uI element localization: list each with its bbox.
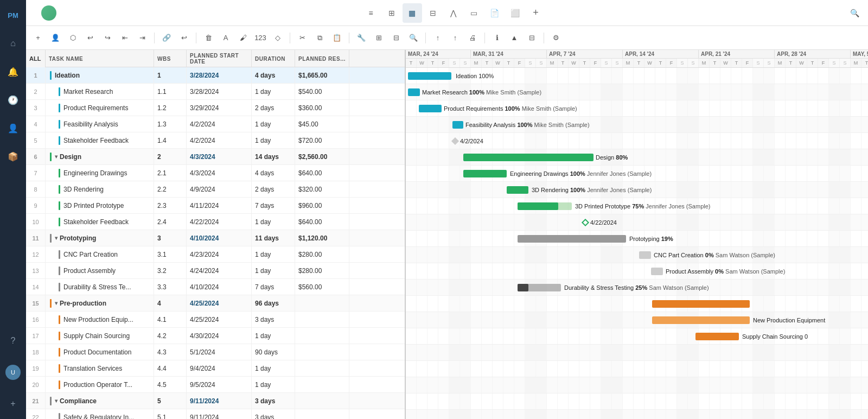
gantt-bar[interactable] (452, 121, 463, 129)
user-btn[interactable]: 👤 (48, 30, 63, 46)
filter2-btn[interactable]: ▲ (507, 30, 522, 46)
gantt-bar[interactable] (695, 333, 739, 340)
tab-cols[interactable]: ⊞ (382, 3, 401, 23)
table-row[interactable]: 10Stakeholder Feedback2.44/22/20241 day$… (26, 214, 405, 230)
gantt-bar[interactable] (639, 251, 651, 259)
sidebar-user-icon[interactable]: 👤 (4, 119, 22, 137)
copy-btn[interactable]: ⧉ (312, 30, 327, 46)
print-btn[interactable]: 🖨 (465, 30, 480, 46)
task-name-cell[interactable]: Production Operator T... (46, 377, 154, 392)
table-row[interactable]: 17Supply Chain Sourcing4.24/30/20241 day (26, 328, 405, 344)
tab-add[interactable]: + (526, 3, 546, 23)
tab-list[interactable]: ≡ (361, 3, 381, 23)
task-name-cell[interactable]: New Production Equip... (46, 312, 154, 327)
task-name-cell[interactable]: Stakeholder Feedback (46, 132, 154, 148)
tab-table[interactable]: ⊟ (423, 3, 443, 23)
sidebar-box-icon[interactable]: 📦 (4, 148, 22, 165)
link2-btn[interactable]: ↩ (176, 30, 192, 46)
cut-btn[interactable]: ✂ (295, 30, 310, 46)
sidebar-bell-icon[interactable]: 🔔 (4, 63, 22, 80)
sidebar-help-icon[interactable]: ? (4, 332, 22, 350)
table-row[interactable]: 12CNC Part Creation3.14/23/20241 day$280… (26, 246, 405, 263)
font-btn[interactable]: A (218, 30, 233, 46)
task-name-cell[interactable]: ▾Pre-production (46, 295, 154, 311)
gantt-bar[interactable] (463, 154, 593, 161)
gantt-bar[interactable] (507, 186, 528, 194)
export-btn[interactable]: ⬡ (65, 30, 80, 46)
table-row[interactable]: 22Safety & Regulatory In...5.19/11/20243… (26, 409, 405, 419)
task-name-cell[interactable]: Safety & Regulatory In... (46, 409, 154, 419)
task-name-cell[interactable]: Ideation (46, 67, 154, 83)
task-name-cell[interactable]: Feasibility Analysis (46, 116, 154, 132)
diamond-btn[interactable]: ◇ (270, 30, 285, 46)
table-row[interactable]: 15▾Pre-production44/25/202496 days (26, 295, 405, 312)
table-row[interactable]: 4Feasibility Analysis1.34/2/20241 day$45… (26, 116, 405, 132)
task-name-cell[interactable]: ▾Design (46, 149, 154, 164)
indent-left-btn[interactable]: ⇤ (117, 30, 132, 46)
delete-btn[interactable]: 🗑 (201, 30, 216, 46)
gantt-bar[interactable] (419, 105, 442, 112)
gantt-bar[interactable] (408, 88, 420, 96)
table-row[interactable]: 13Product Assembly3.24/24/20241 day$280.… (26, 263, 405, 279)
sidebar-plus-icon[interactable]: + (4, 395, 22, 412)
undo-btn[interactable]: ↩ (82, 30, 98, 46)
table-row[interactable]: 6▾Design24/3/202414 days$2,560.00 (26, 149, 405, 165)
tab-box[interactable]: ⬜ (506, 3, 525, 23)
table-row[interactable]: 3Product Requirements1.23/29/20242 days$… (26, 100, 405, 116)
table-row[interactable]: 1Ideation13/28/20244 days$1,665.00 (26, 67, 405, 84)
task-name-cell[interactable]: Product Requirements (46, 100, 154, 116)
table-row[interactable]: 7Engineering Drawings2.14/3/20244 days$6… (26, 165, 405, 181)
task-name-cell[interactable]: 3D Printed Prototype (46, 198, 154, 213)
table-row[interactable]: 83D Rendering2.24/9/20242 days$320.00 (26, 181, 405, 198)
gantt-bar[interactable] (518, 235, 626, 243)
share-btn[interactable]: ↑ (430, 30, 445, 46)
task-name-cell[interactable]: ▾Prototyping (46, 230, 154, 246)
zoom-btn[interactable]: 🔍 (406, 30, 421, 46)
search-icon[interactable]: 🔍 (850, 9, 859, 17)
gantt-bar[interactable] (518, 284, 528, 291)
tab-cal[interactable]: ▭ (464, 3, 484, 23)
redo-btn[interactable]: ↪ (100, 30, 115, 46)
grid-btn[interactable]: ⊞ (371, 30, 386, 46)
task-name-cell[interactable]: CNC Part Creation (46, 246, 154, 262)
task-name-cell[interactable]: Product Documentation (46, 344, 154, 360)
tab-gantt[interactable]: ▦ (403, 3, 422, 23)
share2-btn[interactable]: ↑ (448, 30, 463, 46)
task-name-cell[interactable]: Product Assembly (46, 263, 154, 278)
gantt-bar[interactable] (652, 300, 750, 308)
task-name-cell[interactable]: Stakeholder Feedback (46, 214, 154, 230)
funnel-btn[interactable]: ⊟ (524, 30, 539, 46)
indent-right-btn[interactable]: ⇥ (135, 30, 150, 46)
task-name-cell[interactable]: 3D Rendering (46, 181, 154, 197)
tab-chart[interactable]: ⋀ (444, 3, 463, 23)
all-column-header[interactable]: ALL (26, 50, 46, 67)
collapse-icon[interactable]: ▾ (55, 300, 58, 306)
gantt-bar[interactable] (652, 316, 750, 324)
link-btn[interactable]: 🔗 (159, 30, 174, 46)
task-name-cell[interactable]: Engineering Drawings (46, 165, 154, 181)
sidebar-home-icon[interactable]: ⌂ (4, 35, 22, 52)
table-row[interactable]: 2Market Research1.13/28/20241 day$540.00 (26, 84, 405, 100)
tab-doc[interactable]: 📄 (485, 3, 505, 23)
sidebar-clock-icon[interactable]: 🕐 (4, 91, 22, 109)
grid2-btn[interactable]: ⊟ (388, 30, 404, 46)
table-row[interactable]: 14Durability & Stress Te...3.34/10/20247… (26, 279, 405, 295)
collapse-icon[interactable]: ▾ (55, 235, 58, 241)
table-row[interactable]: 19Translation Services4.49/4/20241 day (26, 360, 405, 377)
table-row[interactable]: 11▾Prototyping34/10/202411 days$1,120.00 (26, 230, 405, 246)
task-name-cell[interactable]: Supply Chain Sourcing (46, 328, 154, 344)
tools-btn[interactable]: 🔧 (354, 30, 369, 46)
collapse-icon[interactable]: ▾ (55, 398, 58, 404)
task-name-cell[interactable]: Market Research (46, 84, 154, 99)
sidebar-avatar[interactable]: U (5, 365, 21, 380)
table-row[interactable]: 5Stakeholder Feedback1.44/2/20241 day$72… (26, 132, 405, 149)
task-name-cell[interactable]: Durability & Stress Te... (46, 279, 154, 295)
collapse-icon[interactable]: ▾ (55, 154, 58, 160)
gantt-bar[interactable] (651, 268, 663, 275)
table-row[interactable]: 20Production Operator T...4.59/5/20241 d… (26, 377, 405, 393)
table-row[interactable]: 93D Printed Prototype2.34/11/20247 days$… (26, 198, 405, 214)
gantt-bar[interactable] (408, 72, 451, 80)
hash-btn[interactable]: 123 (253, 30, 268, 46)
add-btn[interactable]: + (30, 30, 46, 46)
gantt-bar[interactable] (463, 170, 507, 177)
